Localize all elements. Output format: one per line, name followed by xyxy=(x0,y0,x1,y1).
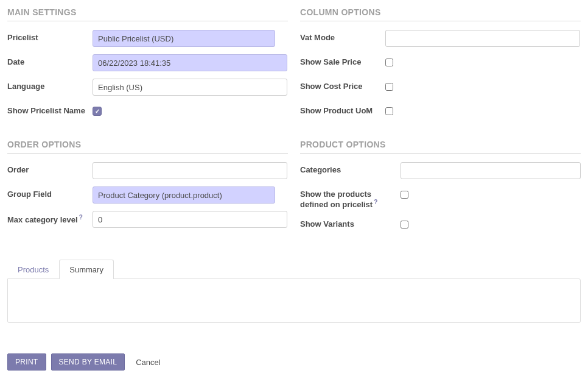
section-order-options: ORDER OPTIONS Order Group Field Max cate… xyxy=(7,140,288,241)
field-row-show-sale-price: Show Sale Price xyxy=(300,54,581,71)
tab-content-summary xyxy=(7,278,581,323)
language-label: Language xyxy=(7,79,93,91)
field-row-show-product-uom: Show Product UoM xyxy=(300,103,581,120)
order-options-title: ORDER OPTIONS xyxy=(7,140,288,154)
show-variants-checkbox[interactable] xyxy=(401,221,408,229)
send-by-email-button[interactable]: SEND BY EMAIL xyxy=(51,353,125,371)
cancel-button[interactable]: Cancel xyxy=(130,354,166,371)
categories-input[interactable] xyxy=(401,162,581,179)
print-button[interactable]: PRINT xyxy=(7,353,46,371)
tabs-bar: Products Summary xyxy=(7,259,581,278)
show-cost-price-checkbox[interactable] xyxy=(385,83,393,91)
footer-actions: PRINT SEND BY EMAIL Cancel xyxy=(7,347,581,371)
show-variants-label: Show Variants xyxy=(300,216,401,229)
show-product-uom-label: Show Product UoM xyxy=(300,103,385,115)
group-field-label: Group Field xyxy=(7,186,93,199)
language-input[interactable] xyxy=(93,79,287,96)
show-defined-help-icon[interactable]: ? xyxy=(374,199,377,205)
categories-label: Categories xyxy=(300,162,401,174)
section-column-options: COLUMN OPTIONS Vat Mode Show Sale Price … xyxy=(300,7,581,127)
field-row-show-cost-price: Show Cost Price xyxy=(300,79,581,96)
show-sale-price-label: Show Sale Price xyxy=(300,54,385,66)
show-defined-label-text: Show the products defined on pricelist xyxy=(300,190,373,209)
field-row-categories: Categories xyxy=(300,162,581,179)
order-input[interactable] xyxy=(93,162,287,179)
form-container: MAIN SETTINGS Pricelist Date Language Sh… xyxy=(7,7,581,253)
show-cost-price-label: Show Cost Price xyxy=(300,79,385,91)
field-row-group-field: Group Field xyxy=(7,186,288,204)
pricelist-label: Pricelist xyxy=(7,30,93,42)
field-row-show-defined: Show the products defined on pricelist? xyxy=(300,186,581,209)
group-field-input[interactable] xyxy=(93,186,275,204)
tab-summary[interactable]: Summary xyxy=(59,260,114,279)
field-row-max-category-level: Max category level? xyxy=(7,211,288,228)
show-pricelist-name-label: Show Pricelist Name xyxy=(7,103,93,115)
date-label: Date xyxy=(7,54,93,66)
date-input[interactable] xyxy=(93,54,287,71)
show-product-uom-checkbox[interactable] xyxy=(385,107,393,115)
section-product-options: PRODUCT OPTIONS Categories Show the prod… xyxy=(300,140,581,241)
max-category-help-icon[interactable]: ? xyxy=(79,214,83,221)
order-label: Order xyxy=(7,162,93,174)
vat-mode-label: Vat Mode xyxy=(300,30,385,42)
field-row-date: Date xyxy=(7,54,288,71)
max-category-level-label: Max category level? xyxy=(7,211,93,224)
show-sale-price-checkbox[interactable] xyxy=(385,59,393,66)
max-category-level-label-text: Max category level xyxy=(7,215,78,224)
max-category-level-input[interactable] xyxy=(93,211,287,228)
main-settings-title: MAIN SETTINGS xyxy=(7,7,288,21)
summary-textarea[interactable] xyxy=(14,285,574,314)
field-row-pricelist: Pricelist xyxy=(7,30,288,47)
field-row-show-pricelist-name: Show Pricelist Name xyxy=(7,103,288,120)
field-row-language: Language xyxy=(7,79,288,96)
show-defined-label: Show the products defined on pricelist? xyxy=(300,186,401,209)
field-row-vat-mode: Vat Mode xyxy=(300,30,581,47)
field-row-show-variants: Show Variants xyxy=(300,216,581,233)
product-options-title: PRODUCT OPTIONS xyxy=(300,140,581,154)
section-main-settings: MAIN SETTINGS Pricelist Date Language Sh… xyxy=(7,7,288,127)
field-row-order: Order xyxy=(7,162,288,179)
vat-mode-input[interactable] xyxy=(385,30,580,47)
show-defined-checkbox[interactable] xyxy=(401,191,408,199)
column-options-title: COLUMN OPTIONS xyxy=(300,7,581,21)
pricelist-input[interactable] xyxy=(93,30,275,47)
tab-products[interactable]: Products xyxy=(7,260,59,279)
show-pricelist-name-checkbox[interactable] xyxy=(93,107,102,116)
